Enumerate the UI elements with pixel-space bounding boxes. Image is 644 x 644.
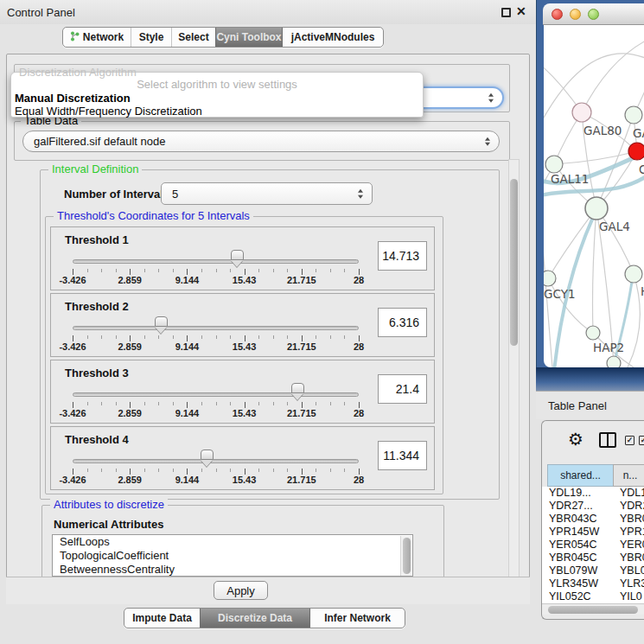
slider-thumb[interactable] <box>155 316 168 327</box>
network-canvas[interactable]: GAL80GACGAL11GAL4GCY1HHAP2 <box>544 25 644 367</box>
table-row[interactable]: YIL052CYIL0 <box>542 590 644 603</box>
table-row[interactable]: YDR27...YDR2 <box>542 500 644 513</box>
cell-shared-name: YBL079W <box>549 564 613 577</box>
list-item-topologicalcoefficient[interactable]: TopologicalCoefficient <box>53 549 412 563</box>
number-of-intervals-label: Number of Intervals <box>64 188 169 201</box>
number-of-intervals-value: 5 <box>172 188 178 201</box>
slider-tick-label: -3.426 <box>47 275 99 285</box>
slider-tick <box>158 335 159 339</box>
tab-style[interactable]: Style <box>131 28 171 47</box>
minimize-window-icon[interactable] <box>570 9 581 20</box>
slider-tick <box>230 335 231 339</box>
table-row[interactable]: YBR043CYBR0 <box>542 513 644 526</box>
close-icon[interactable]: ✕ <box>516 4 526 18</box>
table-row[interactable]: YER054CYER0 <box>542 539 644 552</box>
node-gal4[interactable] <box>585 197 608 220</box>
list-vertical-scrollbar[interactable] <box>400 536 411 577</box>
cell-shared-name: YER054C <box>549 539 613 551</box>
table-row[interactable]: YBR045CYBR0 <box>542 552 644 564</box>
table-data-value: galFiltered.sif default node <box>34 135 165 148</box>
slider-tick-label: 2.859 <box>104 475 156 485</box>
split-pane-icon[interactable] <box>599 432 616 448</box>
slider-tick <box>73 269 73 275</box>
slider-thumb[interactable] <box>231 250 244 260</box>
table-row[interactable]: YLR345WYLR3 <box>542 577 644 590</box>
threshold-value-field[interactable]: 14.713 <box>378 241 427 271</box>
column-header-shared-name[interactable]: shared... <box>547 464 614 487</box>
table-row[interactable]: YBL079WYBL0 <box>542 564 644 577</box>
threshold-row-3: Threshold 3-3.4262.8599.14415.4321.71528… <box>50 360 435 424</box>
slider-tick <box>201 269 202 272</box>
scrollbar-thumb[interactable] <box>548 606 638 614</box>
slider-tick-label: 15.43 <box>219 275 271 285</box>
slider-tick-label: 9.144 <box>161 341 213 352</box>
tab-infer-network[interactable]: Infer Network <box>309 609 405 628</box>
tab-discretize-data[interactable]: Discretize Data <box>200 609 309 628</box>
dropdown-item-equal-width[interactable]: Equal Width/Frequency Discretization <box>15 105 202 118</box>
slider-thumb[interactable] <box>201 450 214 460</box>
scrollbar-thumb[interactable] <box>510 179 518 346</box>
threshold-value-field[interactable]: 11.344 <box>378 441 427 470</box>
zoom-window-icon[interactable] <box>588 9 599 20</box>
slider-tick <box>201 402 202 405</box>
node-ga[interactable] <box>625 106 642 124</box>
node-gal11[interactable] <box>545 156 563 173</box>
list-item-selfloops[interactable]: SelfLoops <box>53 535 412 549</box>
slider-tick <box>216 269 217 272</box>
slider-track[interactable] <box>73 259 359 264</box>
node-c[interactable] <box>628 143 644 160</box>
node-h[interactable] <box>625 265 642 283</box>
network-tree-icon <box>70 31 80 44</box>
combo-stepper-icon <box>358 189 363 199</box>
slider-tick-label: 15.43 <box>219 341 271 352</box>
float-window-icon[interactable] <box>501 8 511 17</box>
network-window-titlebar[interactable] <box>543 3 644 25</box>
tab-select[interactable]: Select <box>171 28 215 47</box>
slider-tick <box>330 469 331 472</box>
table-row[interactable]: YPR145WYPR1 <box>542 526 644 539</box>
checkbox-icon[interactable]: ✓ <box>639 436 644 445</box>
panel-vertical-scrollbar[interactable] <box>508 159 520 602</box>
tab-jactivemnodules[interactable]: jActiveMNodules <box>282 28 383 47</box>
slider-tick <box>87 469 88 472</box>
gear-icon[interactable]: ⚙ <box>568 428 583 450</box>
slider-tick <box>116 269 117 272</box>
threshold-value-field[interactable]: 21.4 <box>378 374 427 404</box>
slider-tick <box>302 335 303 341</box>
table-data-combobox[interactable]: galFiltered.sif default node <box>22 131 500 152</box>
control-panel-titlebar <box>0 0 536 24</box>
dropdown-item-manual-discretization[interactable]: Manual Discretization <box>15 92 131 105</box>
scrollbar-thumb[interactable] <box>403 538 411 574</box>
edge <box>582 41 644 112</box>
table-horizontal-scrollbar[interactable] <box>542 603 644 615</box>
list-item-betweennesscentrality[interactable]: BetweennessCentrality <box>53 563 412 577</box>
tab-cyni-toolbox[interactable]: Cyni Toolbox <box>215 28 282 47</box>
slider-tick <box>116 402 117 405</box>
node-gal80[interactable] <box>572 103 591 122</box>
column-header-name[interactable]: n... <box>613 464 644 487</box>
node-label: H <box>641 284 644 298</box>
cell-shared-name: YDR27... <box>549 500 613 512</box>
slider-track[interactable] <box>73 326 359 330</box>
node[interactable] <box>607 356 621 367</box>
table-panel-title: Table Panel <box>548 399 607 412</box>
node-gcy1[interactable] <box>544 271 556 286</box>
apply-button[interactable]: Apply <box>214 581 268 600</box>
numerical-attributes-list[interactable]: SelfLoopsTopologicalCoefficientBetweenne… <box>52 534 413 577</box>
slider-tick <box>130 402 131 408</box>
edge <box>593 208 597 333</box>
slider-track[interactable] <box>73 392 359 397</box>
tab-impute-data[interactable]: Impute Data <box>124 609 200 628</box>
slider-track[interactable] <box>73 459 359 463</box>
checkbox-icon[interactable]: ✓ <box>625 436 634 445</box>
node-label: GAL4 <box>599 220 630 233</box>
node-hap2[interactable] <box>586 326 600 340</box>
slider-thumb[interactable] <box>291 383 304 393</box>
table-row[interactable]: YDL19...YDL1 <box>542 487 644 500</box>
network-graph[interactable]: GAL80GACGAL11GAL4GCY1HHAP2 <box>544 25 644 367</box>
tab-network[interactable]: Network <box>63 28 131 47</box>
close-window-icon[interactable] <box>552 9 563 20</box>
threshold-value-field[interactable]: 6.316 <box>378 308 427 337</box>
number-of-intervals-combobox[interactable]: 5 <box>161 182 373 205</box>
slider-tick <box>258 335 259 339</box>
